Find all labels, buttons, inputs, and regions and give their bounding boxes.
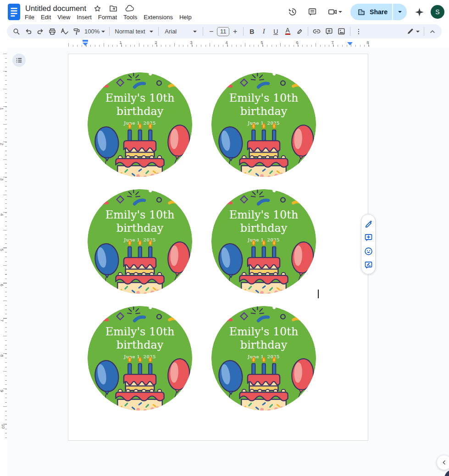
birthday-sticker-image[interactable]: Emily's 10th birthday June 1, 2025	[86, 305, 194, 412]
text-cursor	[318, 290, 319, 298]
left-indent-marker[interactable]	[83, 40, 88, 46]
document-page[interactable]: Emily's 10th birthday June 1, 2025	[68, 54, 368, 441]
menu-item[interactable]: Extensions	[140, 12, 176, 22]
google-docs-icon[interactable]	[8, 4, 20, 20]
print-icon[interactable]	[46, 26, 58, 38]
birthday-sticker-image[interactable]: Emily's 10th birthday June 1, 2025	[86, 188, 194, 295]
toolbar-divider	[308, 27, 308, 36]
sticker-title-line1: Emily's 10th	[229, 208, 299, 221]
sticker-title-line1: Emily's 10th	[229, 325, 299, 338]
birthday-sticker-image[interactable]: Emily's 10th birthday June 1, 2025	[210, 188, 317, 295]
increase-font-size-button[interactable]: +	[229, 26, 241, 38]
paragraph-style-select[interactable]: Normal text	[112, 26, 156, 38]
search-menus-icon[interactable]	[11, 26, 22, 38]
birthday-sticker-image[interactable]: Emily's 10th birthday June 1, 2025	[86, 71, 194, 178]
menu-item[interactable]: File	[22, 12, 38, 22]
star-icon[interactable]	[93, 4, 102, 13]
comment-history-icon[interactable]	[304, 3, 321, 21]
confetti-yellow-dash	[293, 85, 300, 86]
decrease-font-size-button[interactable]: −	[205, 26, 217, 38]
corner-widget[interactable]	[444, 470, 449, 476]
toolbar-divider	[424, 27, 424, 36]
menu-item[interactable]: Edit	[38, 12, 54, 22]
sticker-title-line2: birthday	[116, 105, 164, 118]
highlight-color-icon[interactable]	[294, 26, 305, 38]
zoom-select[interactable]: 100%	[83, 26, 107, 38]
hide-menus-icon[interactable]	[427, 26, 438, 38]
document-title[interactable]: Untitled document	[25, 4, 86, 13]
undo-icon[interactable]	[22, 26, 34, 38]
app-header: Untitled document FileEditViewInsertForm…	[0, 0, 449, 24]
font-size-input[interactable]: 11	[217, 27, 229, 36]
ruler-ticks	[3, 54, 7, 441]
share-dropdown[interactable]	[392, 4, 407, 20]
cloud-saved-icon[interactable]	[125, 4, 134, 13]
menu-item[interactable]: View	[54, 12, 73, 22]
redo-icon[interactable]	[34, 26, 46, 38]
share-button[interactable]: Share	[350, 4, 392, 20]
underline-label: U	[273, 28, 278, 35]
birthday-sticker-image[interactable]: Emily's 10th birthday June 1, 2025	[210, 305, 317, 412]
join-call-icon[interactable]	[324, 3, 346, 21]
menu-item[interactable]: Insert	[73, 12, 95, 22]
format-toolbar: 100% Normal text Arial − 11 + B I U A	[7, 24, 442, 38]
confetti-yellow-dash	[293, 202, 300, 203]
add-comment-icon[interactable]	[323, 26, 335, 38]
spell-check-icon[interactable]	[58, 26, 71, 38]
ruler-number: 7	[0, 319, 5, 322]
insert-link-icon[interactable]	[310, 26, 323, 38]
menu-item[interactable]: Help	[176, 12, 195, 22]
collapse-panel-icon[interactable]	[437, 455, 449, 470]
ruler-number: 2	[155, 40, 157, 45]
pencil-icon	[406, 27, 414, 35]
sticker-title-line2: birthday	[116, 222, 164, 235]
ruler-number: 9	[0, 390, 5, 392]
suggest-edits-icon[interactable]	[363, 259, 374, 270]
emoji-reaction-icon[interactable]	[363, 246, 374, 257]
birthday-sticker-image[interactable]: Emily's 10th birthday June 1, 2025	[210, 71, 317, 178]
sticker-title-line1: Emily's 10th	[229, 92, 299, 104]
vertical-ruler[interactable]: 12345678910	[0, 48, 7, 476]
horizontal-ruler[interactable]: 12345678	[0, 39, 449, 48]
sticker-title-line2: birthday	[240, 222, 288, 235]
zoom-value: 100%	[84, 28, 100, 35]
ruler-number: 5	[0, 249, 5, 251]
show-outline-icon[interactable]	[12, 54, 26, 67]
bold-button[interactable]: B	[246, 26, 258, 38]
underline-button[interactable]: U	[270, 26, 282, 38]
ruler-number: 8	[0, 355, 5, 357]
font-family-value: Arial	[165, 28, 177, 35]
ruler-number: 7	[331, 40, 333, 45]
editing-mode-select[interactable]	[405, 26, 421, 38]
italic-button[interactable]: I	[258, 26, 270, 38]
insert-image-icon[interactable]	[335, 26, 348, 38]
gemini-sparkle-icon[interactable]	[411, 3, 427, 21]
domain-share-icon	[357, 8, 366, 16]
right-indent-marker[interactable]	[347, 42, 353, 45]
paint-format-icon[interactable]	[71, 26, 83, 38]
toolbar-divider	[203, 27, 203, 36]
ruler-number: 1	[119, 40, 122, 45]
text-color-button[interactable]: A	[282, 26, 294, 38]
first-line-indent-marker[interactable]	[83, 40, 88, 42]
move-folder-icon[interactable]	[109, 4, 118, 13]
version-history-icon[interactable]	[283, 3, 301, 21]
confetti-yellow-dash	[169, 85, 177, 86]
menu-bar: FileEditViewInsertFormatToolsExtensionsH…	[22, 12, 195, 22]
help-me-write-icon[interactable]	[363, 218, 374, 229]
ruler-number: 6	[0, 284, 5, 286]
margin-toolbar	[361, 214, 376, 274]
ruler-number: 8	[366, 40, 369, 45]
ruler-number: 1	[0, 108, 5, 110]
menu-item[interactable]: Format	[95, 12, 120, 22]
sticker-title-line2: birthday	[240, 105, 288, 118]
ruler-number: 4	[0, 213, 5, 216]
ruler-number: 2	[0, 143, 5, 145]
add-comment-margin-icon[interactable]	[363, 232, 374, 243]
sticker-title-line1: Emily's 10th	[105, 325, 175, 338]
more-options-icon[interactable]	[353, 26, 364, 38]
account-avatar[interactable]: S	[431, 5, 444, 19]
menu-item[interactable]: Tools	[120, 12, 140, 22]
confetti-yellow-dash	[169, 318, 177, 320]
font-family-select[interactable]: Arial	[161, 26, 200, 38]
